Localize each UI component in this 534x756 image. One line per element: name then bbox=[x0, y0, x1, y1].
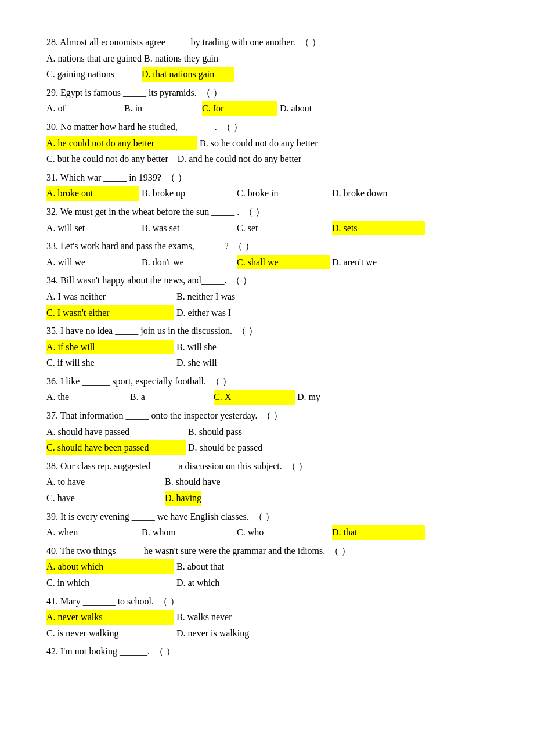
q32-optB: B. was set bbox=[142, 221, 234, 236]
q30-text: 30. No matter how hard he studied, _____… bbox=[46, 120, 488, 135]
quiz-container: 28. Almost all economists agree _____by … bbox=[46, 35, 488, 659]
q28-options-row2: C. gaining nations D. that nations gain bbox=[46, 67, 488, 82]
question-36: 36. I like ______ sport, especially foot… bbox=[46, 374, 488, 405]
q30-optB: B. so he could not do any better bbox=[200, 136, 318, 151]
q35-options-row2: C. if will she D. she will bbox=[46, 355, 488, 370]
q40-text: 40. The two things _____ he wasn't sure … bbox=[46, 543, 488, 559]
q40-options-row1: A. about which B. about that bbox=[46, 559, 488, 574]
q31-options-row1: A. broke out B. broke up C. broke in D. … bbox=[46, 186, 488, 201]
q31-optA: A. broke out bbox=[46, 186, 139, 201]
q38-optD: D. having bbox=[165, 491, 201, 506]
q29-optD: D. about bbox=[280, 101, 355, 116]
question-29: 29. Egypt is famous _____ its pyramids. … bbox=[46, 85, 488, 116]
q32-options-row1: A. will set B. was set C. set D. sets bbox=[46, 221, 488, 236]
q39-text: 39. It is every evening _____ we have En… bbox=[46, 509, 488, 524]
q34-options-row2: C. I wasn't either D. either was I bbox=[46, 305, 488, 321]
q28-text: 28. Almost all economists agree _____by … bbox=[46, 35, 488, 50]
q35-options-row1: A. if she will B. will she bbox=[46, 340, 488, 355]
q33-text: 33. Let's work hard and pass the exams, … bbox=[46, 239, 488, 254]
q33-options-row1: A. will we B. don't we C. shall we D. ar… bbox=[46, 255, 488, 270]
q38-optA: A. to have bbox=[46, 474, 163, 489]
q37-options-row1: A. should have passed B. should pass bbox=[46, 424, 488, 440]
question-42: 42. I'm not looking ______. （ ） bbox=[46, 644, 488, 659]
q39-optA: A. when bbox=[46, 525, 139, 540]
question-30: 30. No matter how hard he studied, _____… bbox=[46, 120, 488, 167]
q35-optD: D. she will bbox=[176, 355, 217, 370]
q34-text: 34. Bill wasn't happy about the news, an… bbox=[46, 273, 488, 288]
q42-text: 42. I'm not looking ______. （ ） bbox=[46, 644, 488, 659]
q31-optD: D. broke down bbox=[332, 186, 425, 201]
q38-options-row2: C. have D. having bbox=[46, 491, 488, 506]
q35-text: 35. I have no idea _____ join us in the … bbox=[46, 323, 488, 339]
q38-optC: C. have bbox=[46, 491, 163, 506]
q33-optC: C. shall we bbox=[237, 255, 330, 270]
q37-text: 37. That information _____ onto the insp… bbox=[46, 408, 488, 423]
q28-options-row1: A. nations that are gained B. nations th… bbox=[46, 51, 488, 66]
q29-options-row1: A. of B. in C. for D. about bbox=[46, 101, 488, 116]
q40-options-row2: C. in which D. at which bbox=[46, 575, 488, 591]
q39-optC: C. who bbox=[237, 525, 330, 540]
q35-optB: B. will she bbox=[176, 340, 217, 355]
q30-options-row1: A. he could not do any better B. so he c… bbox=[46, 136, 488, 151]
question-28: 28. Almost all economists agree _____by … bbox=[46, 35, 488, 82]
q38-optB: B. should have bbox=[165, 474, 221, 489]
q41-optB: B. walks never bbox=[176, 610, 232, 625]
question-34: 34. Bill wasn't happy about the news, an… bbox=[46, 273, 488, 320]
question-40: 40. The two things _____ he wasn't sure … bbox=[46, 543, 488, 591]
question-37: 37. That information _____ onto the insp… bbox=[46, 408, 488, 455]
q35-optA: A. if she will bbox=[46, 340, 174, 355]
q34-options-row1: A. I was neither B. neither I was bbox=[46, 289, 488, 304]
q39-optB: B. whom bbox=[142, 525, 234, 540]
q34-optB: B. neither I was bbox=[176, 289, 235, 304]
q37-options-row2: C. should have been passed D. should be … bbox=[46, 440, 488, 455]
question-31: 31. Which war _____ in 1939? （ ） A. brok… bbox=[46, 170, 488, 201]
question-39: 39. It is every evening _____ we have En… bbox=[46, 509, 488, 540]
q41-optA: A. never walks bbox=[46, 610, 174, 625]
q36-text: 36. I like ______ sport, especially foot… bbox=[46, 374, 488, 389]
q33-optB: B. don't we bbox=[142, 255, 234, 270]
q36-optA: A. the bbox=[46, 390, 128, 405]
q37-optB: B. should pass bbox=[188, 424, 242, 440]
q37-optC: C. should have been passed bbox=[46, 440, 186, 455]
q29-optA: A. of bbox=[46, 101, 122, 116]
q39-options-row1: A. when B. whom C. who D. that bbox=[46, 525, 488, 540]
q28-optB: B. nations they gain bbox=[144, 51, 237, 66]
q37-optA: A. should have passed bbox=[46, 424, 186, 440]
q31-text: 31. Which war _____ in 1939? （ ） bbox=[46, 170, 488, 185]
q28-optC: C. gaining nations bbox=[46, 67, 139, 82]
q36-optB: B. a bbox=[130, 390, 211, 405]
q32-optC: C. set bbox=[237, 221, 330, 236]
question-32: 32. We must get in the wheat before the … bbox=[46, 204, 488, 235]
q39-optD: D. that bbox=[332, 525, 425, 540]
q34-optC: C. I wasn't either bbox=[46, 305, 174, 321]
question-41: 41. Mary _______ to school. （ ） A. never… bbox=[46, 594, 488, 641]
q41-text: 41. Mary _______ to school. （ ） bbox=[46, 594, 488, 609]
q29-optC: C. for bbox=[202, 101, 277, 116]
q40-optB: B. about that bbox=[176, 559, 224, 574]
q41-optC: C. is never walking bbox=[46, 626, 174, 641]
q38-text: 38. Our class rep. suggested _____ a dis… bbox=[46, 459, 488, 474]
q28-optD: D. that nations gain bbox=[142, 67, 234, 82]
question-33: 33. Let's work hard and pass the exams, … bbox=[46, 239, 488, 269]
q40-optC: C. in which bbox=[46, 575, 174, 591]
q41-options-row1: A. never walks B. walks never bbox=[46, 610, 488, 625]
q35-optC: C. if will she bbox=[46, 355, 174, 370]
q31-optB: B. broke up bbox=[142, 186, 234, 201]
q30-optA: A. he could not do any better bbox=[46, 136, 197, 151]
q40-optA: A. about which bbox=[46, 559, 174, 574]
q29-text: 29. Egypt is famous _____ its pyramids. … bbox=[46, 85, 488, 100]
q32-optA: A. will set bbox=[46, 221, 139, 236]
q34-optD: D. either was I bbox=[176, 305, 231, 321]
q32-text: 32. We must get in the wheat before the … bbox=[46, 204, 488, 219]
q30-optC: C. but he could not do any better D. and… bbox=[46, 154, 301, 164]
question-35: 35. I have no idea _____ join us in the … bbox=[46, 323, 488, 370]
q38-options-row1: A. to have B. should have bbox=[46, 474, 488, 489]
q34-optA: A. I was neither bbox=[46, 289, 174, 304]
q28-optA: A. nations that are gained bbox=[46, 51, 142, 66]
q37-optD: D. should be passed bbox=[188, 440, 262, 455]
q31-optC: C. broke in bbox=[237, 186, 330, 201]
q36-optC: C. X bbox=[214, 390, 295, 405]
q40-optD: D. at which bbox=[176, 575, 219, 591]
q33-optD: D. aren't we bbox=[332, 255, 425, 270]
q30-options-row2: C. but he could not do any better D. and… bbox=[46, 152, 488, 167]
